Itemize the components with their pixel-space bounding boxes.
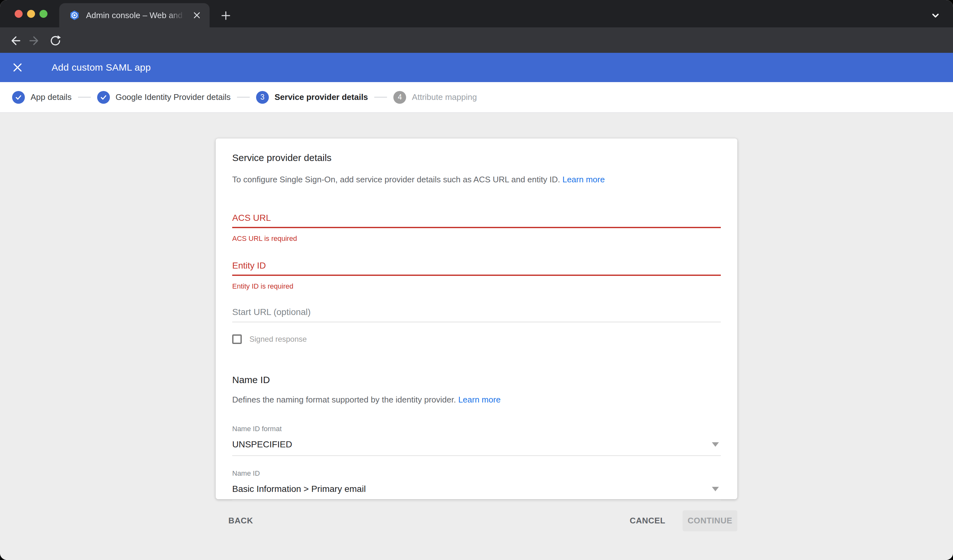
step-label: Google Identity Provider details: [116, 92, 231, 102]
acs-url-underline: [232, 227, 721, 228]
entity-id-underline: [232, 275, 721, 276]
step-connector: [374, 97, 387, 98]
entity-id-error: Entity ID is required: [232, 282, 721, 291]
step-service-provider-details[interactable]: 3 Service provider details: [256, 91, 368, 104]
name-id-value: Basic Information > Primary email: [232, 484, 366, 494]
signed-response-row: Signed response: [232, 334, 721, 344]
step-connector: [78, 97, 91, 98]
step-attribute-mapping[interactable]: 4 Attribute mapping: [393, 91, 477, 104]
name-id-format-label: Name ID format: [232, 425, 721, 433]
back-icon[interactable]: [8, 34, 22, 48]
step-number: 3: [256, 91, 269, 104]
learn-more-link[interactable]: Learn more: [562, 175, 605, 184]
dialog-content: Service provider details To configure Si…: [0, 113, 953, 560]
step-number: 4: [393, 91, 406, 104]
service-provider-card: Service provider details To configure Si…: [216, 138, 737, 499]
window-zoom-button[interactable]: [39, 10, 47, 18]
close-dialog-icon[interactable]: [12, 62, 23, 73]
name-id-format-dropdown[interactable]: Name ID format UNSPECIFIED: [232, 425, 721, 456]
acs-url-field[interactable]: ACS URL ACS URL is required: [232, 213, 721, 243]
forward-icon[interactable]: [28, 34, 42, 48]
step-check-icon: [97, 91, 110, 104]
dropdown-arrow-icon: [712, 442, 719, 447]
entity-id-field[interactable]: Entity ID Entity ID is required: [232, 261, 721, 291]
name-id-label: Name ID: [232, 469, 721, 478]
reload-icon[interactable]: [48, 34, 62, 48]
window-close-button[interactable]: [15, 10, 23, 18]
learn-more-link[interactable]: Learn more: [458, 395, 501, 404]
tab-title: Admin console – Web and mob: [86, 11, 185, 20]
window-minimize-button[interactable]: [27, 10, 35, 18]
start-url-field[interactable]: Start URL (optional): [232, 307, 721, 322]
step-label: Attribute mapping: [412, 92, 477, 102]
step-app-details[interactable]: App details: [12, 91, 72, 104]
name-id-description: Defines the naming format supported by t…: [232, 394, 721, 405]
back-button[interactable]: BACK: [221, 510, 261, 531]
admin-console-favicon-icon: [70, 10, 80, 20]
wizard-stepper: App details Google Identity Provider det…: [0, 82, 953, 113]
signed-response-label: Signed response: [249, 335, 307, 343]
signed-response-checkbox[interactable]: [232, 334, 242, 344]
dropdown-arrow-icon: [712, 487, 719, 491]
browser-tab[interactable]: Admin console – Web and mob: [59, 3, 210, 27]
dropdown-underline: [232, 455, 721, 456]
step-google-idp-details[interactable]: Google Identity Provider details: [97, 91, 231, 104]
tab-search-chevron-icon[interactable]: [929, 9, 942, 22]
name-id-heading: Name ID: [232, 374, 721, 385]
acs-url-error: ACS URL is required: [232, 235, 721, 243]
browser-window: Admin console – Web and mob: [0, 0, 953, 560]
tab-strip: Admin console – Web and mob: [0, 0, 953, 27]
name-id-dropdown[interactable]: Name ID Basic Information > Primary emai…: [232, 469, 721, 501]
step-check-icon: [12, 91, 25, 104]
cancel-button[interactable]: CANCEL: [622, 510, 673, 531]
card-description: To configure Single Sign-On, add service…: [232, 174, 721, 185]
card-heading: Service provider details: [232, 152, 721, 163]
dialog-footer: BACK CANCEL CONTINUE: [216, 510, 737, 531]
new-tab-button[interactable]: [219, 9, 233, 22]
start-url-underline: [232, 322, 721, 322]
step-label: App details: [31, 92, 72, 102]
dialog-header: Add custom SAML app: [0, 53, 953, 82]
step-label: Service provider details: [275, 92, 368, 102]
step-connector: [237, 97, 250, 98]
acs-url-label: ACS URL: [232, 213, 721, 223]
entity-id-label: Entity ID: [232, 261, 721, 271]
dialog-title: Add custom SAML app: [51, 62, 151, 73]
dropdown-underline: [232, 500, 721, 501]
tab-close-icon[interactable]: [191, 9, 203, 21]
start-url-placeholder: Start URL (optional): [232, 307, 721, 317]
continue-button[interactable]: CONTINUE: [683, 510, 737, 531]
browser-toolbar: admin.google.com/ac/apps/unified: [0, 27, 953, 53]
name-id-format-value: UNSPECIFIED: [232, 439, 292, 450]
